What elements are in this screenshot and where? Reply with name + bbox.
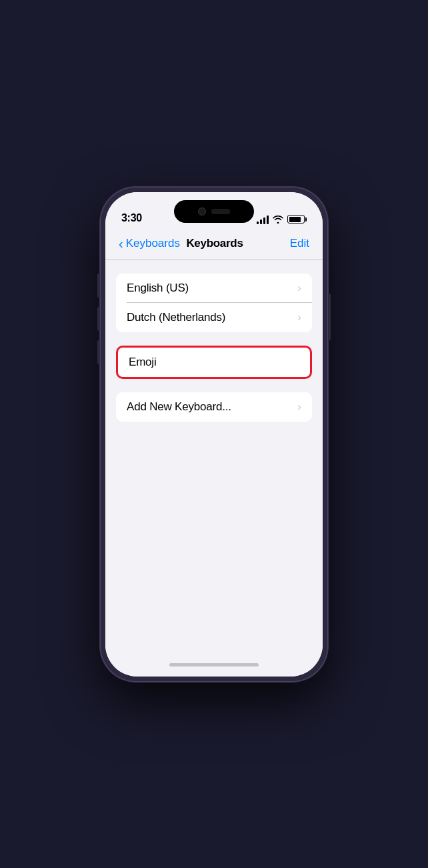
status-icons	[257, 215, 307, 224]
chevron-right-icon: ›	[297, 401, 301, 412]
add-keyboard-label: Add New Keyboard...	[127, 400, 297, 414]
keyboard-emoji-label: Emoji	[129, 356, 299, 369]
keyboards-list: English (US) › Dutch (Netherlands) ›	[116, 274, 312, 332]
add-keyboard-group: Add New Keyboard... ›	[116, 392, 312, 422]
home-indicator	[105, 654, 323, 677]
battery-icon	[287, 215, 307, 224]
keyboard-item-english[interactable]: English (US) ›	[116, 274, 312, 303]
keyboard-english-label: English (US)	[127, 282, 297, 295]
back-button[interactable]: ‹ Keyboards	[119, 237, 180, 250]
front-camera	[198, 207, 206, 215]
add-keyboard-button[interactable]: Add New Keyboard... ›	[116, 392, 312, 422]
dynamic-island	[174, 200, 254, 223]
chevron-left-icon: ‹	[119, 237, 123, 250]
phone-frame: 3:30	[100, 187, 328, 682]
content-area: English (US) › Dutch (Netherlands) › Emo…	[105, 260, 323, 654]
keyboard-dutch-label: Dutch (Netherlands)	[127, 311, 297, 324]
edit-button[interactable]: Edit	[249, 237, 309, 250]
navigation-bar: ‹ Keyboards Keyboards Edit	[105, 228, 323, 260]
home-bar	[169, 663, 259, 667]
keyboard-item-emoji[interactable]: Emoji	[116, 346, 312, 379]
phone-screen: 3:30	[105, 192, 323, 677]
chevron-right-icon: ›	[297, 282, 301, 294]
page-title: Keyboards	[180, 237, 249, 250]
wifi-icon	[273, 215, 283, 224]
chevron-right-icon: ›	[297, 312, 301, 323]
status-time: 3:30	[121, 212, 142, 224]
keyboard-item-dutch[interactable]: Dutch (Netherlands) ›	[116, 303, 312, 332]
status-bar: 3:30	[105, 192, 323, 228]
back-label: Keyboards	[126, 237, 180, 250]
signal-icon	[257, 215, 269, 224]
face-id-sensor	[211, 209, 230, 214]
